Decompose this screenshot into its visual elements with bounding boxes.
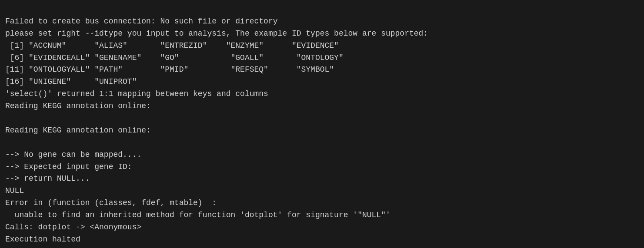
console-line: [16] "UNIGENE" "UNIPROT" <box>5 76 639 88</box>
console-line: please set right --idtype you input to a… <box>5 28 639 40</box>
console-line: [6] "EVIDENCEALL" "GENENAME" "GO" "GOALL… <box>5 52 639 64</box>
console-line: [11] "ONTOLOGYALL" "PATH" "PMID" "REFSEQ… <box>5 64 639 76</box>
console-line: --> return NULL... <box>5 173 639 185</box>
console-line: Error in (function (classes, fdef, mtabl… <box>5 197 639 209</box>
console-line <box>5 112 639 125</box>
console-line: 'select()' returned 1:1 mapping between … <box>5 88 639 100</box>
console-line: [1] "ACCNUM" "ALIAS" "ENTREZID" "ENZYME"… <box>5 40 639 52</box>
console-line: NULL <box>5 185 639 197</box>
console-line <box>5 137 639 149</box>
console-line: Calls: dotplot -> <Anonymous> <box>5 222 639 234</box>
console-line: Failed to create bus connection: No such… <box>5 16 639 28</box>
console-line: --> Expected input gene ID: <box>5 161 639 173</box>
console-line: Execution halted <box>5 234 639 246</box>
console-line: Reading KEGG annotation online: <box>5 125 639 137</box>
console-line: unable to find an inherited method for f… <box>5 209 639 222</box>
console-output: Failed to create bus connection: No such… <box>5 3 639 246</box>
console-line: --> No gene can be mapped.... <box>5 149 639 161</box>
console-line: Reading KEGG annotation online: <box>5 100 639 112</box>
